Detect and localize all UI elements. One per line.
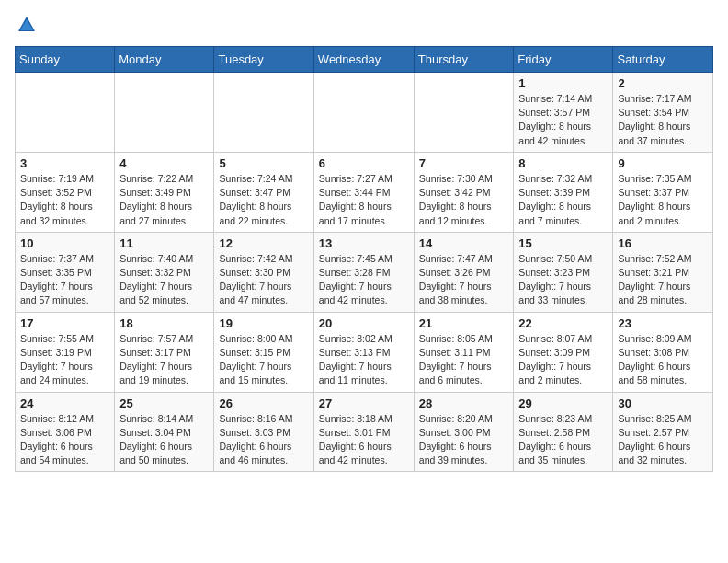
calendar-cell: 25Sunrise: 8:14 AM Sunset: 3:04 PM Dayli… <box>115 392 214 472</box>
calendar-cell: 20Sunrise: 8:02 AM Sunset: 3:13 PM Dayli… <box>313 312 414 392</box>
calendar-cell: 14Sunrise: 7:47 AM Sunset: 3:26 PM Dayli… <box>414 232 514 312</box>
day-number: 5 <box>219 156 308 170</box>
calendar-cell: 11Sunrise: 7:40 AM Sunset: 3:32 PM Dayli… <box>115 232 214 312</box>
day-number: 23 <box>618 316 708 330</box>
calendar-cell: 4Sunrise: 7:22 AM Sunset: 3:49 PM Daylig… <box>115 152 214 232</box>
day-info: Sunrise: 8:18 AM Sunset: 3:01 PM Dayligh… <box>319 412 409 468</box>
day-info: Sunrise: 7:27 AM Sunset: 3:44 PM Dayligh… <box>319 172 409 228</box>
day-info: Sunrise: 7:45 AM Sunset: 3:28 PM Dayligh… <box>319 252 409 308</box>
calendar-cell: 29Sunrise: 8:23 AM Sunset: 2:58 PM Dayli… <box>514 392 613 472</box>
calendar-cell: 5Sunrise: 7:24 AM Sunset: 3:47 PM Daylig… <box>214 152 313 232</box>
calendar-cell: 19Sunrise: 8:00 AM Sunset: 3:15 PM Dayli… <box>214 312 313 392</box>
day-info: Sunrise: 7:37 AM Sunset: 3:35 PM Dayligh… <box>20 252 109 308</box>
day-info: Sunrise: 7:30 AM Sunset: 3:42 PM Dayligh… <box>419 172 509 228</box>
day-number: 29 <box>518 396 608 410</box>
calendar-cell: 7Sunrise: 7:30 AM Sunset: 3:42 PM Daylig… <box>414 152 514 232</box>
calendar-cell <box>115 73 214 153</box>
day-number: 11 <box>119 236 209 250</box>
weekday-header-row: SundayMondayTuesdayWednesdayThursdayFrid… <box>16 47 713 73</box>
weekday-header-cell: Monday <box>115 47 214 73</box>
calendar-cell: 10Sunrise: 7:37 AM Sunset: 3:35 PM Dayli… <box>16 232 115 312</box>
weekday-header-cell: Thursday <box>414 47 514 73</box>
calendar-cell: 26Sunrise: 8:16 AM Sunset: 3:03 PM Dayli… <box>214 392 313 472</box>
logo-icon <box>17 15 37 35</box>
day-info: Sunrise: 7:47 AM Sunset: 3:26 PM Dayligh… <box>419 252 509 308</box>
calendar-cell: 15Sunrise: 7:50 AM Sunset: 3:23 PM Dayli… <box>514 232 613 312</box>
day-number: 22 <box>518 316 608 330</box>
calendar-week-row: 17Sunrise: 7:55 AM Sunset: 3:19 PM Dayli… <box>16 312 713 392</box>
weekday-header-cell: Sunday <box>16 47 115 73</box>
day-number: 8 <box>518 156 608 170</box>
day-info: Sunrise: 8:25 AM Sunset: 2:57 PM Dayligh… <box>618 412 708 468</box>
calendar-cell <box>414 73 514 153</box>
calendar-cell: 23Sunrise: 8:09 AM Sunset: 3:08 PM Dayli… <box>613 312 713 392</box>
day-number: 7 <box>419 156 509 170</box>
calendar-cell: 6Sunrise: 7:27 AM Sunset: 3:44 PM Daylig… <box>313 152 414 232</box>
day-info: Sunrise: 7:24 AM Sunset: 3:47 PM Dayligh… <box>219 172 308 228</box>
day-number: 12 <box>219 236 308 250</box>
day-number: 18 <box>119 316 209 330</box>
day-number: 24 <box>20 396 109 410</box>
day-number: 19 <box>219 316 308 330</box>
calendar-cell: 30Sunrise: 8:25 AM Sunset: 2:57 PM Dayli… <box>613 392 713 472</box>
calendar-cell: 27Sunrise: 8:18 AM Sunset: 3:01 PM Dayli… <box>313 392 414 472</box>
day-number: 14 <box>419 236 509 250</box>
day-info: Sunrise: 7:22 AM Sunset: 3:49 PM Dayligh… <box>119 172 209 228</box>
day-number: 16 <box>618 236 708 250</box>
day-info: Sunrise: 7:17 AM Sunset: 3:54 PM Dayligh… <box>618 92 708 148</box>
calendar-cell: 1Sunrise: 7:14 AM Sunset: 3:57 PM Daylig… <box>514 73 613 153</box>
calendar-cell <box>214 73 313 153</box>
calendar-cell: 13Sunrise: 7:45 AM Sunset: 3:28 PM Dayli… <box>313 232 414 312</box>
day-number: 15 <box>518 236 608 250</box>
calendar-week-row: 10Sunrise: 7:37 AM Sunset: 3:35 PM Dayli… <box>16 232 713 312</box>
weekday-header-cell: Friday <box>514 47 613 73</box>
calendar-table: SundayMondayTuesdayWednesdayThursdayFrid… <box>15 46 713 472</box>
day-number: 26 <box>219 396 308 410</box>
day-number: 9 <box>618 156 708 170</box>
day-info: Sunrise: 8:14 AM Sunset: 3:04 PM Dayligh… <box>119 412 209 468</box>
day-info: Sunrise: 8:23 AM Sunset: 2:58 PM Dayligh… <box>518 412 608 468</box>
day-info: Sunrise: 7:55 AM Sunset: 3:19 PM Dayligh… <box>20 332 109 388</box>
day-info: Sunrise: 7:40 AM Sunset: 3:32 PM Dayligh… <box>119 252 209 308</box>
calendar-cell: 8Sunrise: 7:32 AM Sunset: 3:39 PM Daylig… <box>514 152 613 232</box>
calendar-cell: 28Sunrise: 8:20 AM Sunset: 3:00 PM Dayli… <box>414 392 514 472</box>
day-info: Sunrise: 7:57 AM Sunset: 3:17 PM Dayligh… <box>119 332 209 388</box>
page-header <box>15 15 713 35</box>
day-info: Sunrise: 7:32 AM Sunset: 3:39 PM Dayligh… <box>518 172 608 228</box>
day-number: 10 <box>20 236 109 250</box>
day-info: Sunrise: 7:35 AM Sunset: 3:37 PM Dayligh… <box>618 172 708 228</box>
calendar-cell: 24Sunrise: 8:12 AM Sunset: 3:06 PM Dayli… <box>16 392 115 472</box>
day-info: Sunrise: 7:52 AM Sunset: 3:21 PM Dayligh… <box>618 252 708 308</box>
day-info: Sunrise: 7:50 AM Sunset: 3:23 PM Dayligh… <box>518 252 608 308</box>
day-number: 1 <box>518 76 608 90</box>
calendar-cell: 2Sunrise: 7:17 AM Sunset: 3:54 PM Daylig… <box>613 73 713 153</box>
weekday-header-cell: Wednesday <box>313 47 414 73</box>
day-number: 3 <box>20 156 109 170</box>
calendar-week-row: 1Sunrise: 7:14 AM Sunset: 3:57 PM Daylig… <box>16 73 713 153</box>
day-info: Sunrise: 8:00 AM Sunset: 3:15 PM Dayligh… <box>219 332 308 388</box>
day-info: Sunrise: 8:12 AM Sunset: 3:06 PM Dayligh… <box>20 412 109 468</box>
day-number: 2 <box>618 76 708 90</box>
calendar-cell: 12Sunrise: 7:42 AM Sunset: 3:30 PM Dayli… <box>214 232 313 312</box>
day-info: Sunrise: 8:20 AM Sunset: 3:00 PM Dayligh… <box>419 412 509 468</box>
weekday-header-cell: Saturday <box>613 47 713 73</box>
day-info: Sunrise: 7:42 AM Sunset: 3:30 PM Dayligh… <box>219 252 308 308</box>
calendar-week-row: 3Sunrise: 7:19 AM Sunset: 3:52 PM Daylig… <box>16 152 713 232</box>
day-number: 6 <box>319 156 409 170</box>
calendar-week-row: 24Sunrise: 8:12 AM Sunset: 3:06 PM Dayli… <box>16 392 713 472</box>
day-number: 13 <box>319 236 409 250</box>
day-info: Sunrise: 7:14 AM Sunset: 3:57 PM Dayligh… <box>518 92 608 148</box>
calendar-cell <box>16 73 115 153</box>
day-number: 30 <box>618 396 708 410</box>
day-number: 17 <box>20 316 109 330</box>
day-number: 4 <box>119 156 209 170</box>
calendar-cell: 9Sunrise: 7:35 AM Sunset: 3:37 PM Daylig… <box>613 152 713 232</box>
day-info: Sunrise: 8:09 AM Sunset: 3:08 PM Dayligh… <box>618 332 708 388</box>
day-info: Sunrise: 8:05 AM Sunset: 3:11 PM Dayligh… <box>419 332 509 388</box>
day-number: 25 <box>119 396 209 410</box>
weekday-header-cell: Tuesday <box>214 47 313 73</box>
day-number: 20 <box>319 316 409 330</box>
day-info: Sunrise: 8:07 AM Sunset: 3:09 PM Dayligh… <box>518 332 608 388</box>
calendar-cell: 18Sunrise: 7:57 AM Sunset: 3:17 PM Dayli… <box>115 312 214 392</box>
calendar-cell <box>313 73 414 153</box>
